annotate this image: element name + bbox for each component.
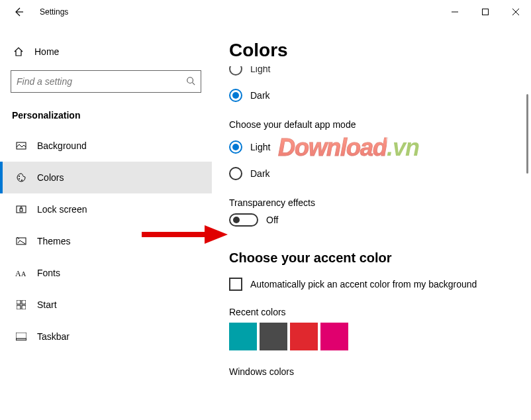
start-icon	[15, 300, 28, 309]
svg-rect-12	[22, 300, 26, 304]
close-button[interactable]	[501, 0, 531, 24]
radio-label: Light	[250, 142, 270, 152]
radio-icon	[229, 89, 242, 102]
radio-icon	[229, 66, 242, 76]
fonts-icon: AA	[15, 268, 28, 278]
app-mode-dark[interactable]: Dark	[229, 162, 511, 185]
color-swatch[interactable]	[260, 323, 287, 350]
svg-point-3	[19, 176, 20, 177]
page-title: Colors	[229, 40, 511, 61]
sidebar-item-label: Background	[37, 140, 87, 151]
home-label: Home	[34, 46, 59, 57]
sidebar-item-label: Taskbar	[37, 331, 70, 342]
sidebar-item-fonts[interactable]: AA Fonts	[0, 257, 212, 289]
sidebar-item-label: Colors	[37, 172, 64, 183]
taskbar-icon	[15, 333, 28, 341]
sidebar-item-label: Start	[37, 299, 57, 310]
category-header: Personalization	[0, 99, 212, 130]
window-controls	[440, 0, 531, 24]
home-icon	[12, 46, 25, 57]
sidebar: Home Personalization Background Colors	[0, 24, 212, 420]
back-button[interactable]	[5, 0, 32, 24]
radio-label: Dark	[250, 168, 270, 179]
color-swatch[interactable]	[229, 323, 257, 350]
recent-colors-label: Recent colors	[229, 307, 511, 317]
checkbox-icon	[229, 278, 242, 291]
radio-icon	[229, 140, 242, 154]
content-pane: Colors Light Dark Choose your default ap…	[212, 24, 531, 420]
radio-icon	[229, 167, 242, 180]
transparency-label: Transparency effects	[229, 197, 511, 208]
themes-icon	[15, 236, 28, 246]
color-swatch[interactable]	[290, 323, 318, 350]
color-swatch[interactable]	[320, 323, 348, 350]
auto-accent-label: Automatically pick an accent color from …	[250, 279, 477, 289]
svg-rect-0	[483, 9, 489, 15]
transparency-state: Off	[266, 215, 278, 225]
app-mode-heading: Choose your default app mode	[229, 119, 511, 130]
maximize-icon	[482, 9, 489, 15]
search-input[interactable]	[17, 76, 186, 87]
minimize-button[interactable]	[440, 0, 470, 24]
sidebar-item-label: Fonts	[37, 268, 60, 278]
search-box[interactable]	[11, 70, 201, 93]
recent-colors	[229, 323, 511, 350]
search-icon	[186, 76, 195, 87]
svg-point-4	[19, 178, 20, 180]
svg-rect-11	[17, 300, 21, 304]
scrollbar[interactable]	[526, 79, 528, 305]
app-title: Settings	[40, 7, 68, 17]
sidebar-item-themes[interactable]: Themes	[0, 225, 212, 257]
transparency-toggle-row: Off	[229, 213, 511, 227]
accent-heading: Choose your accent color	[229, 250, 511, 266]
arrow-left-icon	[13, 7, 24, 17]
svg-rect-7	[20, 209, 23, 211]
maximize-button[interactable]	[470, 0, 501, 24]
sidebar-item-background[interactable]: Background	[0, 130, 212, 162]
svg-text:A: A	[21, 270, 26, 278]
picture-icon	[15, 140, 28, 151]
scrollbar-thumb[interactable]	[526, 94, 528, 174]
windows-mode-dark[interactable]: Dark	[229, 83, 511, 107]
sidebar-item-colors[interactable]: Colors	[0, 162, 212, 193]
sidebar-item-label: Themes	[37, 236, 71, 246]
sidebar-item-taskbar[interactable]: Taskbar	[0, 321, 212, 352]
sidebar-item-start[interactable]: Start	[0, 289, 212, 321]
app-mode-light[interactable]: Light	[229, 135, 511, 159]
radio-label: Dark	[250, 90, 270, 101]
close-icon	[512, 9, 519, 15]
auto-accent-row[interactable]: Automatically pick an accent color from …	[229, 278, 511, 291]
svg-rect-14	[22, 305, 26, 309]
lock-screen-icon	[15, 204, 28, 215]
home-button[interactable]: Home	[0, 36, 212, 68]
minimize-icon	[452, 9, 458, 15]
sidebar-item-lock-screen[interactable]: Lock screen	[0, 193, 212, 225]
titlebar: Settings	[0, 0, 531, 24]
svg-rect-13	[17, 305, 21, 309]
sidebar-item-label: Lock screen	[37, 204, 87, 215]
windows-mode-light[interactable]: Light	[229, 66, 511, 81]
svg-point-1	[187, 77, 193, 83]
radio-label: Light	[250, 66, 270, 74]
windows-colors-label: Windows colors	[229, 366, 511, 377]
palette-icon	[15, 172, 28, 183]
svg-text:A: A	[15, 269, 21, 278]
svg-point-5	[21, 180, 23, 181]
transparency-toggle[interactable]	[229, 213, 258, 227]
